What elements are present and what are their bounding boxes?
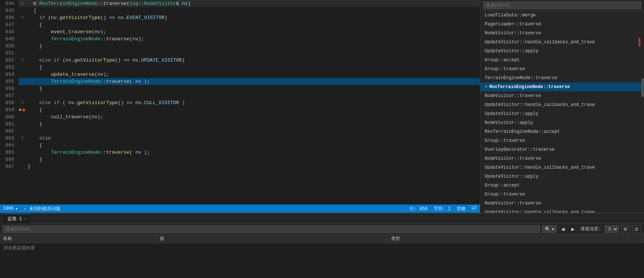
list-item[interactable]: UpdateVisitor::handle_callbacks_and_trav…	[480, 100, 641, 109]
line-number: 862	[0, 128, 19, 135]
code-text: nv	[182, 1, 188, 6]
list-item[interactable]: UpdateVisitor::apply	[480, 172, 641, 181]
watch-search-input[interactable]	[3, 225, 540, 233]
right-panel-scrollbar[interactable]	[641, 11, 644, 213]
list-item[interactable]: NodeVisitor::traverse	[480, 29, 641, 38]
list-item[interactable]: UpdateVisitor::handle_callbacks_and_trav…	[480, 163, 641, 172]
line-number: 858	[0, 99, 19, 106]
bottom-panel: 监视 1 ✕ 🔍 ▾ ◀ ▶ 搜索深度: 3 1 2 4 5 ⊞ ⊟ 名称 值	[0, 213, 644, 278]
list-item[interactable]: Group::accept	[480, 181, 641, 190]
list-item[interactable]: Group::traverse	[480, 190, 641, 199]
line-number: 853	[0, 64, 19, 71]
breakpoint-dot[interactable]	[22, 109, 25, 112]
tab-watch1[interactable]: 监视 1 ✕	[3, 214, 31, 224]
line-gutter[interactable]: ▽	[19, 99, 26, 106]
search-button[interactable]: 🔍 ▾	[542, 225, 556, 233]
code-text: )	[165, 15, 168, 21]
code-text: (	[126, 1, 129, 6]
right-panel: LoadTileData::merge PagerLoader::travers…	[480, 0, 644, 213]
code-text: nv	[94, 29, 100, 35]
code-text: CULL_VISITOR	[144, 100, 179, 106]
line-content: event_traverse(nv);	[26, 28, 480, 35]
list-item[interactable]: PagerLoader::traverse	[480, 20, 641, 29]
line-content: TerrainEngineNode::traverse( nv );	[26, 78, 480, 85]
list-item[interactable]: OverlayDecorator::traverse	[480, 145, 641, 154]
code-text: RexTerrainEngineNode	[36, 1, 97, 6]
panel-tabs: 监视 1 ✕	[0, 213, 644, 224]
line-gutter: ▶	[19, 106, 26, 113]
line-gutter	[19, 64, 26, 71]
collapse-icon[interactable]: ▽	[21, 135, 24, 142]
search-input[interactable]	[483, 1, 641, 9]
line-gutter	[19, 156, 26, 163]
list-item[interactable]: NodeVisitor::apply	[480, 118, 641, 127]
list-item[interactable]: Group::traverse	[480, 65, 641, 74]
line-number: 859	[0, 106, 19, 113]
table-row: 844 ▽ ⊟ RexTerrainEngineNode::traverse(o…	[0, 0, 480, 7]
collapse-icon[interactable]: ▽	[21, 57, 24, 64]
char-status: 字符: 1	[434, 206, 451, 212]
list-item[interactable]: NodeVisitor::traverse	[480, 91, 641, 100]
line-gutter	[19, 92, 26, 99]
table-row: 856 }	[0, 85, 480, 92]
nav-forward-button[interactable]: ▶	[569, 226, 577, 232]
table-row: 859 ▶ {	[0, 106, 480, 113]
list-item[interactable]: UpdateVisitor::handle_callbacks_and_trav…	[480, 208, 641, 213]
list-item[interactable]: UpdateVisitor::apply	[480, 109, 641, 118]
line-gutter	[19, 21, 26, 28]
line-gutter[interactable]: ▽	[19, 0, 26, 7]
item-label: UpdateVisitor::apply	[485, 48, 538, 54]
line-number: 850	[0, 43, 19, 50]
line-gutter	[19, 163, 26, 170]
format-button[interactable]: ⊞	[621, 225, 630, 233]
line-number: 857	[0, 92, 19, 99]
line-content: else	[26, 135, 480, 142]
code-text: (	[129, 36, 132, 42]
expand-button[interactable]: ⊟	[632, 225, 641, 233]
code-text: else if	[39, 57, 60, 63]
list-item[interactable]: Group::accept	[480, 56, 641, 65]
nav-back-button[interactable]: ◀	[559, 226, 567, 232]
collapse-icon[interactable]: ▽	[21, 0, 24, 7]
zoom-status[interactable]: 100% ▾	[3, 206, 18, 212]
code-text	[28, 1, 34, 6]
list-item-active[interactable]: ➤ RexTerrainEngineNode::traverse	[480, 82, 641, 91]
table-row: 849 TerrainEngineNode::traverse(nv);	[0, 35, 480, 43]
list-item[interactable]: LoadTileData::merge	[480, 11, 641, 20]
tab-close-icon[interactable]: ✕	[24, 216, 26, 221]
watch-empty-hint[interactable]: 添加要监视的项	[0, 243, 644, 253]
line-content: TerrainEngineNode::traverse(nv);	[26, 35, 480, 43]
list-item[interactable]: UpdateVisitor::apply	[480, 47, 641, 56]
line-content	[26, 128, 480, 135]
line-content: {	[26, 106, 480, 113]
code-text: ::	[97, 1, 103, 6]
code-text: {	[39, 143, 42, 148]
line-gutter[interactable]: ▽	[19, 57, 26, 64]
line-gutter[interactable]: ▽	[19, 135, 26, 142]
item-label: NodeVisitor::traverse	[485, 155, 541, 162]
line-gutter	[19, 142, 26, 149]
list-item[interactable]: Group::traverse	[480, 136, 641, 145]
list-item[interactable]: UpdateVisitor::handle_callbacks_and_trav…	[480, 38, 641, 47]
collapse-icon[interactable]: ▽	[21, 99, 24, 106]
search-bar	[480, 0, 644, 11]
item-label: PagerLoader::traverse	[485, 21, 541, 28]
line-number: 864	[0, 142, 19, 149]
code-text: (	[129, 79, 135, 84]
collapse-icon[interactable]: ▽	[21, 14, 24, 21]
line-gutter[interactable]: ▽	[19, 14, 26, 21]
code-text: () ==	[118, 100, 135, 106]
item-label: Group::traverse	[485, 66, 525, 72]
table-row: 846 ▽ if (nv.getVisitorType() == nv.EVEN…	[0, 14, 480, 21]
item-label: UpdateVisitor::apply	[485, 110, 538, 117]
main-area: 844 ▽ ⊟ RexTerrainEngineNode::traverse(o…	[0, 0, 644, 213]
list-item[interactable]: NodeVisitor::traverse	[480, 154, 641, 163]
list-item[interactable]: TerrainEngineNode::traverse	[480, 74, 641, 82]
code-text: traverse	[106, 79, 129, 84]
list-item[interactable]: NodeVisitor::traverse	[480, 199, 641, 208]
depth-select[interactable]: 3 1 2 4 5	[605, 225, 619, 233]
code-text: (	[89, 114, 92, 120]
code-text: );	[141, 79, 150, 84]
line-gutter	[19, 85, 26, 92]
list-item[interactable]: RexTerrainEngineNode::accept	[480, 127, 641, 136]
